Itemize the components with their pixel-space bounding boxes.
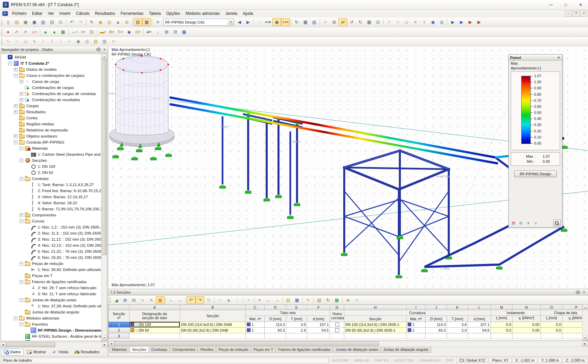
new-window-icon[interactable]: ⊞ — [122, 18, 131, 26]
status-toggle-cartes[interactable]: CARTES — [371, 358, 391, 363]
tree-item-5-n-s-21-22-76-mm-3-din-2605-[interactable]: 5: Nós: 21,22; : 76 mm (3); DIN 2605- — [1, 248, 101, 254]
tree-item-curvas[interactable]: −Curvas — [1, 218, 101, 224]
menu-m-dulos-adicionais[interactable]: Módulos adicionais — [183, 10, 223, 17]
tree-item-componentes[interactable]: +Componentes — [1, 212, 101, 218]
spline-tool-icon[interactable]: ∿ — [30, 37, 39, 45]
table-tab-juntas-de-dilata-o-axiais[interactable]: Juntas de dilatação axiais — [333, 347, 381, 353]
cell-C-row3[interactable] — [246, 333, 265, 339]
insert-line-support-icon[interactable]: ▲ — [50, 28, 59, 36]
show-navigator-icon[interactable]: ▦ — [142, 18, 151, 26]
tree-item-pe-as-de-redu-o[interactable]: −Peças de redução — [1, 261, 101, 267]
movie-play-1-icon[interactable]: ▶ — [466, 18, 475, 26]
panel-zoom-icon[interactable] — [553, 220, 561, 226]
tree-item-rf-steel-surfaces-an-lise-geral-de-ten[interactable]: RF-STEEL Surfaces - Análise geral de ten — [1, 333, 101, 339]
join-tool-icon[interactable]: + — [65, 37, 74, 45]
cell-D-row1[interactable]: 114.3 — [265, 322, 286, 328]
cell-F-row3[interactable] — [307, 333, 330, 339]
show-tables-icon[interactable]: ▤ — [134, 18, 142, 26]
dimension-value-icon[interactable]: ≈▾ — [79, 28, 87, 36]
object-info-icon[interactable]: i — [420, 18, 429, 26]
column-header-G[interactable]: G — [330, 305, 344, 310]
menu-tabela[interactable]: Tabela — [146, 10, 164, 17]
minimize-button[interactable]: — — [543, 0, 558, 9]
max-values-icon[interactable]: X.XX — [264, 18, 272, 26]
menu-op-es[interactable]: Opções — [164, 10, 183, 17]
show-results-icon[interactable]: ◉ — [272, 18, 281, 26]
cell-A-row2[interactable]: ○DN 50 — [129, 328, 180, 333]
convert-object-icon[interactable]: ⇄▾ — [145, 28, 153, 36]
column-header-P[interactable]: P — [562, 305, 583, 310]
expand-icon[interactable]: + — [20, 213, 23, 217]
cell-E-row1[interactable]: 3.6 — [286, 322, 307, 328]
save-icon[interactable]: ▥ — [39, 18, 48, 26]
expand-icon[interactable]: + — [14, 68, 18, 71]
curvatura-checkbox[interactable] — [335, 328, 339, 332]
pick-object-icon[interactable]: ▲ — [114, 18, 122, 26]
cell-J-row2[interactable]: 60.3 — [425, 328, 447, 333]
expand-icon[interactable]: + — [14, 110, 18, 114]
cell-L-row1[interactable]: 107.1 — [468, 322, 491, 328]
tree-item-combina-es-de-cargas-de-condutas[interactable]: +Combinações de cargas de condutas — [1, 91, 101, 97]
tree-item-juntas-de-dilata-o-axiais[interactable]: −Juntas de dilatação axiais — [1, 297, 101, 303]
tree-item-2-n-29-t-sem-refor-o-fabricado[interactable]: 2: Nó: 29; T sem reforço fabricado — [1, 285, 101, 291]
cell-K-row3[interactable] — [447, 333, 468, 339]
special-entry-icon[interactable]: ◆ — [224, 296, 233, 304]
tree-item-regi-es-m-dias[interactable]: Regiões médias — [1, 121, 101, 127]
menu-resultados[interactable]: Resultados — [92, 10, 118, 17]
table-tab-flex-es[interactable]: Flexões — [198, 347, 216, 353]
cell-D-row3[interactable] — [265, 333, 286, 339]
comment-icon[interactable]: ⊡ — [87, 28, 96, 36]
cell-E-row2[interactable]: 2.9 — [286, 328, 307, 333]
cell-M-row2[interactable]: 0.0 — [491, 328, 512, 333]
tree-item-relat-rios-de-impress-o[interactable]: Relatórios de impressão — [1, 127, 101, 133]
generate-frame-icon[interactable]: ⊞ — [162, 28, 171, 36]
cell-P-row3[interactable] — [562, 333, 583, 339]
cell-H-row1[interactable]: DN 100 (114.3x3.6) | DIN 2605-1 — [344, 322, 407, 328]
collapse-icon[interactable]: − — [8, 62, 12, 65]
cell-F-row2[interactable]: 54.5 — [307, 328, 330, 333]
ellipse-tool-icon[interactable]: ◇ — [21, 37, 30, 45]
mdi-restore-button[interactable]: ❐ — [572, 10, 580, 17]
zoom-center-icon[interactable]: ◉ — [96, 18, 105, 26]
movie-save-2-icon[interactable]: ▶ — [457, 18, 466, 26]
loadcase-combo[interactable]: RF-PIPING Design CA1▼ — [163, 19, 234, 26]
fillet-tool-icon[interactable]: ◉ — [74, 37, 83, 45]
previous-loadcase-icon[interactable]: ◀ — [235, 18, 244, 26]
save-as-icon[interactable]: ▣ — [21, 18, 30, 26]
open-file-icon[interactable]: ▤ — [12, 18, 21, 26]
table-tab-componentes[interactable]: Componentes — [170, 347, 198, 353]
cell-N-row2[interactable]: 0.00 — [512, 328, 541, 333]
cell-B-row2[interactable]: DN 50 (60.3x2.9) | DIN 2448 — [180, 328, 246, 333]
cell-B-row1[interactable]: DN 100 (114.3x3.6) | DIN 2448 — [180, 322, 246, 328]
tree-item-materiais[interactable]: −Materiais — [1, 145, 101, 151]
cell-D-row2[interactable]: 60.3 — [265, 328, 286, 333]
rotate-right-icon[interactable]: ↻ — [356, 18, 365, 26]
collapse-icon[interactable]: − — [14, 316, 18, 320]
tree-item-1-tank-barras-1-3-11-4-5-26-27[interactable]: 1: Tank: Barras: 1-3,11,4,5,26,27 — [1, 182, 101, 188]
offset-tool-icon[interactable]: ▤ — [91, 37, 100, 45]
cell-O-row1[interactable]: 0.0 — [541, 322, 562, 328]
formula-fx-icon[interactable]: ƒx — [344, 296, 352, 304]
scroll-left-arrow[interactable]: ◀ — [0, 342, 6, 347]
expand-icon[interactable]: + — [14, 104, 18, 108]
menu-janela[interactable]: Janela — [223, 10, 240, 17]
cell-I-row2[interactable]: 1 — [407, 328, 425, 333]
select-rectangle-icon[interactable]: ▬▾ — [98, 28, 107, 36]
column-header-A[interactable]: A — [129, 305, 180, 310]
tree-item-1-n-s-37-38-axial-definido-pelo-uti[interactable]: 1: Nós: 37,38; Axial; Definido pelo uti — [1, 303, 101, 309]
new-file-icon[interactable]: ▯ — [4, 18, 12, 26]
table-tab-condutas[interactable]: Condutas — [149, 347, 170, 353]
movie-play-2-icon[interactable]: ▶ — [475, 18, 483, 26]
close-button[interactable]: ✕ — [573, 0, 588, 9]
table-view-blue-icon[interactable]: ▦ — [293, 296, 301, 304]
tree-item-1-dn-100[interactable]: 1: DN 100 — [1, 163, 101, 170]
panel-close-icon[interactable]: ✕ — [557, 56, 561, 59]
pin-result-icon[interactable]: ◌ — [255, 18, 264, 26]
clear-cell-icon[interactable]: × — [244, 296, 253, 304]
navigator-tab-dados[interactable]: Dados — [1, 348, 24, 356]
settings-2-icon[interactable]: ◎ — [437, 18, 446, 26]
move-row-right-icon[interactable]: → — [273, 296, 282, 304]
scroll-right-arrow[interactable]: ▶ — [582, 341, 588, 346]
scroll-up-arrow[interactable]: ▲ — [101, 54, 107, 60]
collapse-icon[interactable]: − — [20, 219, 23, 223]
